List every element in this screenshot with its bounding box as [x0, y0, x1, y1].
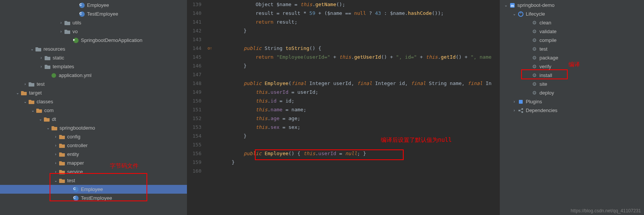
- maven-item-package[interactable]: ⚙package: [500, 53, 644, 62]
- code-line[interactable]: this.name = name;: [217, 105, 500, 114]
- gutter-row[interactable]: 146: [187, 61, 214, 70]
- expand-arrow[interactable]: ›: [53, 135, 59, 139]
- expand-arrow[interactable]: ›: [38, 64, 44, 69]
- expand-arrow[interactable]: ›: [511, 108, 517, 112]
- expand-arrow[interactable]: ⌄: [45, 126, 51, 130]
- code-line[interactable]: }: [217, 26, 500, 35]
- code-line[interactable]: }: [217, 132, 500, 140]
- tree-item-config[interactable]: ›config: [0, 132, 187, 141]
- tree-item-static[interactable]: ›static: [0, 53, 187, 62]
- gutter-row[interactable]: 150: [187, 96, 214, 105]
- maven-item-lifecycle[interactable]: ⌄Lifecycle: [500, 10, 644, 18]
- maven-item-deploy[interactable]: ⚙deploy: [500, 88, 644, 97]
- tree-item-springbootdemo[interactable]: ⌄springbootdemo: [0, 124, 187, 132]
- expand-arrow[interactable]: ›: [53, 170, 59, 174]
- code-line[interactable]: public Employee(final Integer userId, fi…: [217, 79, 500, 88]
- tree-item-testemployee[interactable]: CTestEmployee: [0, 10, 187, 18]
- expand-arrow[interactable]: ›: [22, 82, 28, 86]
- maven-panel[interactable]: ⌄mspringboot-demo⌄Lifecycle⚙clean⚙valida…: [500, 0, 644, 215]
- expand-arrow[interactable]: ›: [58, 21, 64, 25]
- expand-arrow[interactable]: ›: [53, 161, 59, 165]
- code-line[interactable]: this.sex = sex;: [217, 123, 500, 132]
- gutter-row[interactable]: 160: [187, 167, 214, 175]
- gutter-row[interactable]: 145: [187, 53, 214, 61]
- code-editor[interactable]: 139140141142143144o↑14514614714814915015…: [187, 0, 500, 215]
- code-line[interactable]: [217, 140, 500, 149]
- maven-item-springboot-demo[interactable]: ⌄mspringboot-demo: [500, 1, 644, 10]
- gutter-row[interactable]: 140: [187, 9, 214, 18]
- gutter-row[interactable]: 143: [187, 35, 214, 44]
- tree-item-controller[interactable]: ›controller: [0, 141, 187, 150]
- gutter-row[interactable]: 155: [187, 140, 214, 149]
- code-line[interactable]: this.age = age;: [217, 114, 500, 123]
- expand-arrow[interactable]: ›: [38, 56, 44, 60]
- tree-item-com[interactable]: ⌄com: [0, 106, 187, 115]
- tree-item-vo[interactable]: ›vo: [0, 27, 187, 36]
- maven-item-site[interactable]: ⚙site: [500, 80, 644, 88]
- code-line[interactable]: public String toString() {: [217, 44, 500, 53]
- expand-arrow[interactable]: ›: [53, 152, 59, 156]
- expand-arrow[interactable]: ›: [511, 99, 517, 104]
- code-line[interactable]: return "Employee(userId=" + this.getUser…: [217, 53, 500, 61]
- gutter-row[interactable]: 153: [187, 123, 214, 132]
- maven-item-test[interactable]: ⚙test: [500, 45, 644, 53]
- gutter-row[interactable]: 142: [187, 26, 214, 35]
- tree-item-employee[interactable]: CEmployee: [0, 1, 187, 10]
- maven-item-dependencies[interactable]: ›Dependencies: [500, 106, 644, 115]
- gutter-row[interactable]: 144o↑: [187, 44, 214, 53]
- expand-arrow[interactable]: ⌄: [37, 117, 43, 121]
- maven-item-validate[interactable]: ⚙validate: [500, 27, 644, 36]
- tree-item-resources[interactable]: ⌄resources: [0, 45, 187, 53]
- gutter-row[interactable]: 156: [187, 149, 214, 158]
- tree-item-mapper[interactable]: ›mapper: [0, 159, 187, 167]
- tree-item-test[interactable]: ⌄test: [0, 176, 187, 185]
- code-line[interactable]: result = result * 59 + ($name == null ? …: [217, 9, 500, 18]
- expand-arrow[interactable]: ⌄: [503, 3, 509, 7]
- maven-item-verify[interactable]: ⚙verify: [500, 62, 644, 71]
- gutter-row[interactable]: 148: [187, 79, 214, 88]
- tree-item-entity[interactable]: ›entity: [0, 150, 187, 159]
- code-line[interactable]: }: [217, 158, 500, 167]
- code-line[interactable]: }: [217, 61, 500, 70]
- tree-item-springbootdemoapplication[interactable]: ▸SpringbootDemoApplication: [0, 36, 187, 45]
- code-line[interactable]: this.userId = userId;: [217, 88, 500, 96]
- expand-arrow[interactable]: ›: [53, 143, 59, 148]
- expand-arrow[interactable]: ⌄: [22, 99, 28, 104]
- expand-arrow[interactable]: ⌄: [14, 91, 21, 95]
- code-line[interactable]: [217, 35, 500, 44]
- expand-arrow[interactable]: ⌄: [30, 108, 36, 112]
- expand-arrow[interactable]: ⌄: [29, 47, 35, 51]
- code-line[interactable]: return result;: [217, 18, 500, 26]
- tree-item-employee[interactable]: CEmployee: [0, 185, 187, 194]
- gutter-row[interactable]: 141: [187, 18, 214, 26]
- gutter-row[interactable]: 139: [187, 0, 214, 9]
- code-line[interactable]: public Employee() { this.userId = null; …: [217, 149, 500, 158]
- expand-arrow[interactable]: ⌄: [511, 12, 517, 16]
- tree-item-utils[interactable]: ›utils: [0, 18, 187, 27]
- code-line[interactable]: this.id = id;: [217, 96, 500, 105]
- gutter-row[interactable]: 147: [187, 70, 214, 79]
- code-line[interactable]: Object $name = this.getName();: [217, 0, 500, 9]
- maven-item-compile[interactable]: ⚙compile: [500, 36, 644, 45]
- project-tree-panel[interactable]: CEmployeeCTestEmployee›utils›vo▸Springbo…: [0, 0, 187, 215]
- maven-item-clean[interactable]: ⚙clean: [500, 18, 644, 27]
- override-icon[interactable]: o↑: [208, 44, 212, 53]
- gutter-row[interactable]: 159: [187, 158, 214, 167]
- maven-item-plugins[interactable]: ›Plugins: [500, 97, 644, 106]
- tree-item-classes[interactable]: ⌄classes: [0, 97, 187, 106]
- gutter-row[interactable]: 151: [187, 105, 214, 114]
- tree-item-service[interactable]: ›service: [0, 167, 187, 176]
- expand-arrow[interactable]: ›: [58, 29, 64, 34]
- gutter-row[interactable]: 149: [187, 88, 214, 96]
- code-line[interactable]: [217, 167, 500, 175]
- code-line[interactable]: [217, 70, 500, 79]
- tree-item-dt[interactable]: ⌄dt: [0, 115, 187, 124]
- expand-arrow[interactable]: ⌄: [53, 178, 59, 183]
- gutter-row[interactable]: 154: [187, 132, 214, 140]
- tree-item-application.yml[interactable]: application.yml: [0, 71, 187, 80]
- tree-item-test[interactable]: ›test: [0, 80, 187, 88]
- tree-item-testemployee[interactable]: CTestEmployee: [0, 194, 187, 202]
- tree-item-templates[interactable]: ›templates: [0, 62, 187, 71]
- tree-item-target[interactable]: ⌄target: [0, 88, 187, 97]
- gutter-row[interactable]: 152: [187, 114, 214, 123]
